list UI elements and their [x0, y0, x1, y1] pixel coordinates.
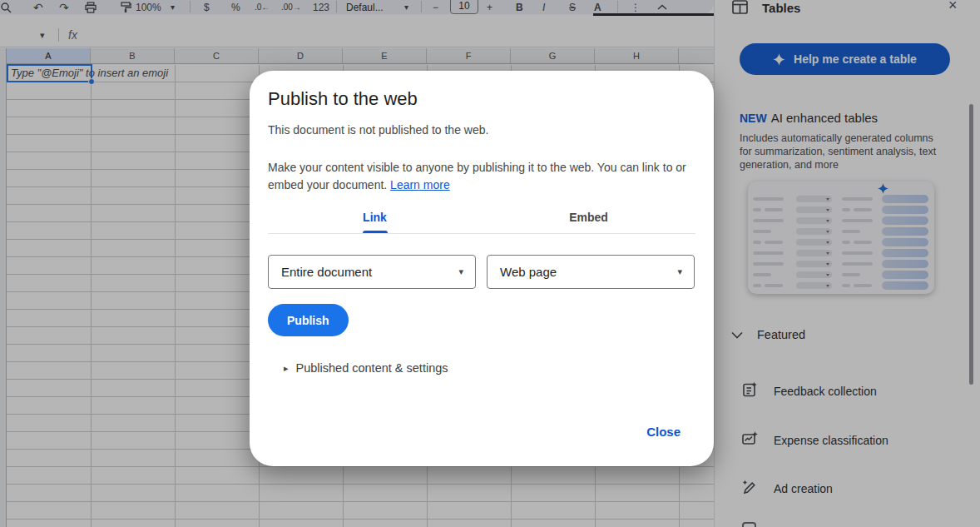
publish-format-select[interactable]: Web page ▾ — [487, 255, 695, 289]
dialog-tabs: Link Embed — [268, 201, 695, 233]
screen: ↶ ↷ 100% ▾ $ % .0← .00→ 123 Defaul... ▾ … — [0, 0, 980, 527]
published-content-select[interactable]: Entire document ▾ — [268, 255, 476, 289]
dialog-description: Make your content visible to anyone by p… — [268, 159, 690, 193]
publish-button[interactable]: Publish — [268, 304, 349, 336]
dropdown-caret-icon: ▾ — [677, 266, 682, 277]
publish-to-web-dialog: Publish to the web This document is not … — [250, 71, 714, 466]
publish-status-text: This document is not published to the we… — [268, 123, 488, 137]
published-content-settings-expander[interactable]: ▸ Published content & settings — [284, 361, 448, 375]
tabs-divider — [268, 233, 695, 234]
tab-embed[interactable]: Embed — [482, 201, 695, 233]
learn-more-link[interactable]: Learn more — [390, 178, 450, 191]
dialog-title: Publish to the web — [268, 88, 418, 110]
close-dialog-button[interactable]: Close — [646, 425, 681, 439]
dropdown-caret-icon: ▾ — [458, 266, 463, 277]
tab-link[interactable]: Link — [268, 201, 482, 233]
disclosure-arrow-icon: ▸ — [284, 363, 289, 374]
